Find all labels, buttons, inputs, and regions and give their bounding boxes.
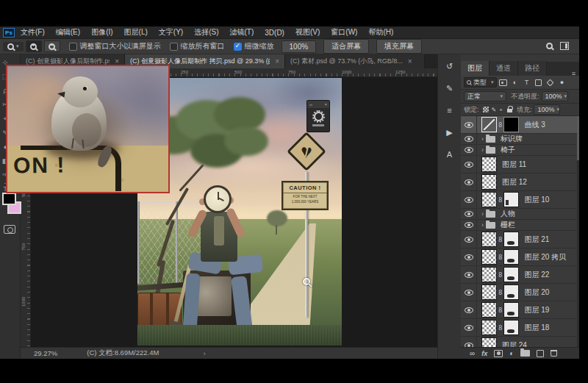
adjustments-panel-icon[interactable]: ≡ [443,104,456,116]
menu-window[interactable]: 窗口(W) [331,27,357,37]
filter-type-layers-icon[interactable]: T [522,78,532,87]
gear-icon[interactable] [314,112,323,121]
disclosure-icon[interactable]: › [481,146,484,154]
menu-edit[interactable]: 编辑(E) [56,27,80,37]
resize-windows-option[interactable]: 调整窗口大小以满屏显示 [69,41,161,51]
bird-preview-overlay[interactable]: ON ! [6,65,170,193]
zoom-100-button[interactable]: 100% [282,40,317,53]
visibility-toggle[interactable] [461,248,477,265]
layer-group-row[interactable]: › 人物 [461,209,579,220]
filter-adjustment-layers-icon[interactable]: ◐ [510,78,520,87]
layer-row[interactable]: 图层 11 [461,156,579,173]
visibility-toggle[interactable] [461,284,477,301]
visibility-toggle[interactable] [461,209,477,219]
search-icon[interactable] [546,43,553,49]
tab-layers[interactable]: 图层 [461,61,490,76]
layer-filter-type-select[interactable]: 类型 ▾ [464,77,497,87]
menu-file[interactable]: 文件(F) [21,27,45,37]
quick-mask-icon[interactable] [4,225,15,234]
layer-thumbnail[interactable] [481,320,497,335]
scrubby-zoom-option[interactable]: 细微缩放 [234,41,274,51]
zoom-out-button[interactable]: − [44,40,60,52]
visibility-toggle[interactable] [461,319,477,336]
layer-row[interactable]: 图层 24 [461,337,579,347]
document-tab-3[interactable]: (C) 素材.psd @ 73.7% (小鸟, RGB/8...× [285,54,425,68]
filter-shape-layers-icon[interactable] [534,78,544,87]
zoom-in-button[interactable]: + [26,40,42,52]
fill-field[interactable]: 100%▾ [534,104,560,115]
actions-panel-icon[interactable]: ▶ [443,126,456,138]
blend-mode-select[interactable]: 正常▾ [464,91,506,101]
foreground-color-swatch[interactable] [2,193,16,205]
layer-thumbnail[interactable] [481,232,497,247]
visibility-toggle[interactable] [461,116,477,133]
layer-group-row[interactable]: › 栅栏 [461,220,579,231]
lock-position-icon[interactable]: + [499,107,503,113]
layer-mask-thumbnail[interactable] [503,267,519,282]
brush-panel-icon[interactable]: ✎ [443,82,456,94]
menu-select[interactable]: 选择(S) [194,27,218,37]
opacity-field[interactable]: 100%▾ [542,91,568,101]
layer-group-row[interactable]: › 椅子 [461,145,579,156]
lock-pixels-icon[interactable]: ✎ [492,107,497,113]
layer-row[interactable]: 8 图层 10 [461,191,579,209]
new-layer-icon[interactable] [537,350,544,357]
layer-row[interactable]: 图层 12 [461,173,579,191]
menu-view[interactable]: 视图(V) [295,27,320,37]
layer-mask-thumbnail[interactable] [503,302,519,318]
layer-style-icon[interactable]: fx [481,350,487,357]
new-group-icon[interactable] [520,350,530,357]
visibility-toggle[interactable] [461,145,477,155]
layer-mask-thumbnail[interactable] [503,232,519,247]
visibility-toggle[interactable] [461,191,477,208]
layer-mask-thumbnail[interactable] [503,117,519,132]
checkbox-unchecked[interactable] [170,43,178,51]
disclosure-icon[interactable]: › [481,135,484,143]
layer-thumbnail[interactable] [481,157,497,172]
layer-thumbnail[interactable] [481,337,497,347]
disclosure-icon[interactable]: › [481,221,484,229]
visibility-toggle[interactable] [461,231,477,248]
character-panel-icon[interactable]: A [443,148,456,160]
history-panel-icon[interactable]: ↺ [443,60,456,72]
layer-mask-thumbnail[interactable] [503,284,519,300]
layer-row[interactable]: 8 图层 20 [461,284,579,301]
menu-type[interactable]: 文字(Y) [159,27,183,37]
lock-transparency-icon[interactable] [483,107,489,112]
add-mask-icon[interactable] [494,350,503,357]
menu-3d[interactable]: 3D(D) [265,29,284,37]
layer-thumbnail[interactable] [481,174,497,190]
adjustment-layer-thumbnail[interactable] [481,117,497,132]
link-layers-icon[interactable]: ∞ [470,350,475,357]
zoom-all-windows-option[interactable]: 缩放所有窗口 [170,41,225,51]
filter-smart-objects-icon[interactable] [545,78,556,87]
layer-thumbnail[interactable] [481,249,497,265]
tab-paths[interactable]: 路径 [518,61,547,76]
tab-channels[interactable]: 通道 [490,61,518,76]
checkbox-checked[interactable] [234,43,242,51]
layer-thumbnail[interactable] [481,284,497,300]
layer-thumbnail[interactable] [481,302,497,318]
layer-mask-thumbnail[interactable] [503,192,519,207]
layer-mask-thumbnail[interactable] [503,320,519,335]
visibility-toggle[interactable] [461,134,477,144]
delete-layer-icon[interactable] [551,350,557,357]
layer-mask-thumbnail[interactable] [503,249,519,265]
layer-thumbnail[interactable] [481,267,497,282]
menu-help[interactable]: 帮助(H) [368,27,393,37]
status-arrow-icon[interactable]: › [203,349,205,357]
menu-filter[interactable]: 滤镜(T) [230,27,254,37]
layer-row-curves3[interactable]: 8 曲线 3 [461,116,579,134]
adjustment-layer-icon[interactable]: ◐ [509,350,514,357]
fill-screen-button[interactable]: 填充屏幕 [376,39,422,54]
menu-image[interactable]: 图像(I) [91,27,112,37]
visibility-toggle[interactable] [461,301,477,318]
workspace-switcher-icon[interactable] [560,42,569,50]
fit-screen-button[interactable]: 适合屏幕 [323,39,369,54]
disclosure-icon[interactable]: › [481,210,484,218]
menu-layer[interactable]: 图层(L) [124,27,148,37]
layer-row[interactable]: 8 图层 20 拷贝 [461,248,579,266]
layer-thumbnail[interactable] [481,192,497,207]
layer-row[interactable]: 8 图层 19 [461,301,579,319]
close-icon[interactable]: × [324,102,327,107]
